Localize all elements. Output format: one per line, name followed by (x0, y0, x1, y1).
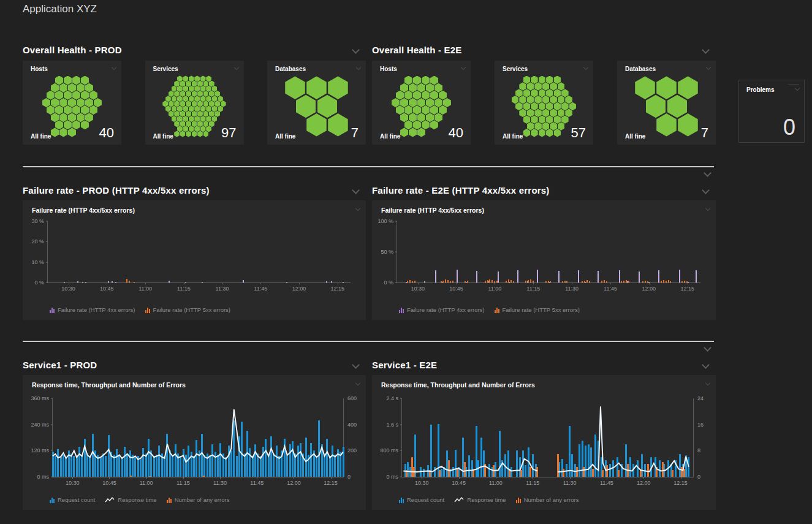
chevron-down-icon[interactable] (705, 381, 710, 385)
data-bar (185, 282, 186, 283)
health-hexagon-icon (172, 116, 177, 122)
problems-count: 0 (783, 116, 795, 139)
service1-prod-tile[interactable]: Response time, Throughput and Number of … (23, 375, 366, 510)
health-hexagon-icon (409, 83, 417, 93)
data-bar (506, 281, 507, 283)
health-hexagon-icon (89, 105, 97, 115)
health-hexagon-icon (64, 91, 72, 100)
response-time-line-icon (454, 496, 464, 503)
chart-tile-title: Failure rate (HTTP 4xx/5xx errors) (381, 207, 484, 214)
x-axis-tick-label: 11:15 (526, 286, 540, 292)
health-hexagon-icon (635, 76, 655, 99)
health-tile-e2e-services[interactable]: ServicesAll fine57 (495, 61, 593, 145)
x-axis-tick-mark (146, 477, 147, 479)
health-tile-prod-databases[interactable]: DatabasesAll fine7 (267, 61, 366, 145)
health-hexagon-icon (430, 91, 438, 100)
chevron-down-icon[interactable] (352, 361, 360, 369)
chevron-down-icon[interactable] (461, 65, 466, 70)
data-bar (604, 280, 605, 283)
health-hexagon-icon (72, 105, 80, 115)
legend-item[interactable]: Failure rate (HTTP 4xx errors) (399, 306, 485, 313)
data-bar (688, 282, 689, 283)
chevron-down-icon[interactable] (112, 65, 116, 70)
x-axis-tick-label: 12:15 (330, 286, 344, 292)
health-hexagon-icon (527, 96, 534, 104)
chevron-down-icon[interactable] (795, 86, 800, 91)
health-hexagon-icon (59, 113, 67, 122)
legend-item[interactable]: Response time (454, 496, 506, 503)
failure-rate-e2e-tile[interactable]: Failure rate (HTTP 4xx/5xx errors)0 %50 … (372, 200, 716, 320)
legend-item[interactable]: Failure rate (HTTP 4xx errors) (50, 306, 135, 313)
health-hexagon-icon (55, 105, 63, 115)
tile-header: Hosts (380, 66, 465, 72)
legend-item[interactable]: Number of any errors (167, 496, 230, 503)
health-hexagon-icon (417, 83, 425, 93)
entity-count: 57 (571, 126, 586, 140)
health-hexagon-icon (430, 76, 438, 85)
health-hexagon-icon (189, 75, 194, 82)
data-bar (445, 279, 446, 283)
data-bar (343, 282, 344, 283)
health-hexagon-icon (209, 111, 214, 117)
response-time-line (53, 398, 343, 477)
chevron-down-icon[interactable] (356, 65, 361, 70)
legend-item[interactable]: Request count (399, 496, 444, 503)
health-hexagon-icon (546, 102, 553, 110)
y-axis-tick-mark (395, 252, 397, 253)
health-hexagon-icon (197, 91, 203, 97)
failure-rate-prod-tile[interactable]: Failure rate (HTTP 4xx/5xx errors)0 %10 … (23, 200, 366, 320)
legend-label: Response time (118, 496, 156, 503)
health-hexagon-icon (523, 76, 531, 84)
x-axis-tick-mark (533, 283, 534, 284)
tile-header: Databases (625, 66, 710, 72)
data-bar (601, 281, 602, 283)
tile-title: Databases (275, 66, 306, 72)
section-header-health-e2e: Overall Health - E2E (372, 44, 716, 56)
chevron-down-icon[interactable] (702, 186, 710, 194)
legend-item[interactable]: Number of any errors (516, 496, 579, 503)
chevron-down-icon[interactable] (704, 169, 711, 177)
x-axis-tick-mark (572, 283, 572, 284)
legend-item[interactable]: Failure rate (HTTP 5xx errors) (145, 306, 231, 313)
problems-tile[interactable]: Problems 0 (738, 80, 805, 143)
legend-label: Failure rate (HTTP 5xx errors) (153, 306, 231, 313)
chevron-down-icon[interactable] (233, 65, 238, 70)
legend-item[interactable]: Response time (105, 496, 156, 503)
chevron-down-icon[interactable] (704, 344, 711, 352)
health-hexagon-icon (51, 83, 59, 93)
entity-count: 97 (221, 126, 236, 140)
legend-item[interactable]: Request count (50, 496, 95, 503)
data-bar (681, 281, 683, 283)
health-hexagon-icon (206, 96, 211, 102)
health-hexagon-icon (539, 115, 546, 123)
chevron-down-icon[interactable] (352, 186, 360, 194)
x-axis-tick-label: 11:15 (526, 480, 539, 486)
health-tile-prod-services[interactable]: ServicesAll fine97 (145, 61, 244, 145)
service1-e2e-tile[interactable]: Response time, Throughput and Number of … (372, 375, 716, 510)
data-bar (537, 270, 538, 283)
chevron-down-icon[interactable] (355, 381, 360, 385)
data-bar (548, 281, 549, 283)
health-tile-e2e-hosts[interactable]: HostsAll fine40 (372, 61, 471, 145)
chevron-down-icon[interactable] (352, 46, 360, 54)
chevron-down-icon[interactable] (583, 65, 588, 70)
chevron-down-icon[interactable] (702, 46, 710, 54)
chevron-down-icon[interactable] (706, 65, 711, 70)
y-axis-tick-label: 240 ms (31, 422, 49, 428)
health-hexagon-icon (180, 101, 186, 107)
chevron-down-icon[interactable] (355, 206, 360, 211)
legend-item[interactable]: Failure rate (HTTP 5xx errors) (495, 306, 580, 313)
chart-tile-header: Failure rate (HTTP 4xx/5xx errors) (32, 207, 360, 214)
health-hexagon-icon (214, 91, 220, 97)
data-bar (510, 280, 512, 283)
health-tiles-e2e: HostsAll fine40ServicesAll fine57Databas… (372, 61, 716, 145)
data-bar (679, 270, 680, 283)
health-tile-prod-hosts[interactable]: HostsAll fine40 (23, 61, 121, 145)
health-tile-e2e-databases[interactable]: DatabasesAll fine7 (617, 61, 716, 145)
bar-chart-icon (145, 307, 150, 313)
health-hexagon-icon (183, 86, 188, 92)
chevron-down-icon[interactable] (702, 361, 710, 369)
x-axis-tick-mark (643, 477, 644, 479)
health-hexagon-icon (192, 111, 197, 117)
chevron-down-icon[interactable] (705, 206, 710, 211)
